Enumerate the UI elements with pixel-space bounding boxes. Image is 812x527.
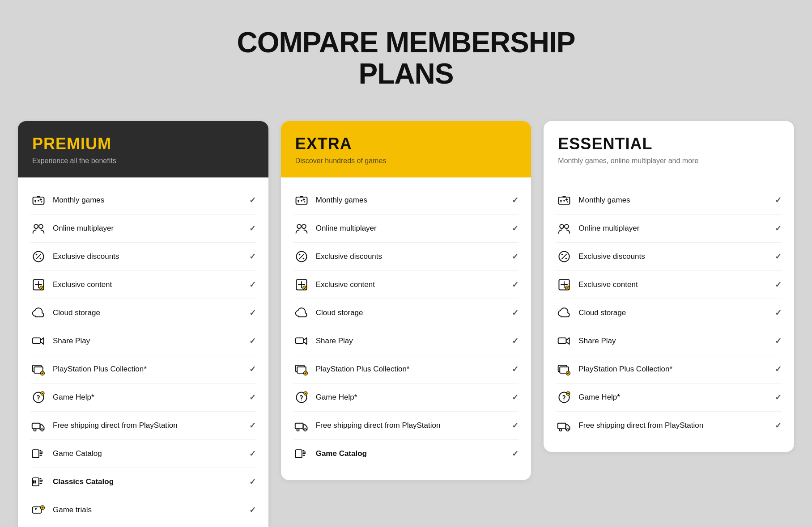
feature-row-game-help: Game Help*✓	[30, 384, 256, 412]
game-help-icon	[30, 389, 47, 405]
svg-point-59	[561, 201, 562, 202]
feature-row-free-shipping: Free shipping direct from PlayStation✓	[30, 412, 256, 440]
svg-point-34	[304, 201, 305, 202]
feature-row-ps-collection: PlayStation Plus Collection*✓	[30, 355, 256, 384]
check-icon-exclusive-discounts: ✓	[512, 252, 519, 261]
feature-left-exclusive-content: Exclusive content	[30, 277, 112, 293]
check-icon-share-play: ✓	[512, 336, 519, 346]
ps-collection-icon	[556, 361, 572, 377]
feature-name-ps-collection: PlayStation Plus Collection*	[316, 365, 410, 374]
svg-point-4	[41, 201, 43, 202]
card-essential: ESSENTIALMonthly games, online multiplay…	[544, 121, 794, 452]
feature-left-free-shipping: Free shipping direct from PlayStation	[556, 417, 703, 434]
feature-name-classics-catalog: Classics Catalog	[53, 477, 114, 486]
ps-collection-icon	[293, 361, 310, 377]
svg-point-64	[565, 257, 567, 259]
feature-left-ps-collection: PlayStation Plus Collection*	[30, 361, 147, 377]
feature-left-monthly-games: Monthly games	[293, 192, 367, 208]
check-icon-free-shipping: ✓	[249, 421, 256, 430]
svg-point-63	[561, 254, 563, 256]
check-icon-share-play: ✓	[249, 336, 256, 346]
svg-point-52	[304, 429, 306, 431]
feature-name-game-help: Game Help*	[53, 393, 94, 402]
feature-left-ps-collection: PlayStation Plus Collection*	[556, 361, 672, 377]
plan-name-extra: EXTRA	[295, 135, 517, 153]
feature-name-cloud-storage: Cloud storage	[578, 308, 626, 317]
svg-point-36	[297, 224, 301, 228]
cloud-storage-icon	[30, 305, 47, 321]
check-icon-monthly-games: ✓	[249, 195, 256, 205]
feature-name-game-trials: Game trials	[53, 506, 92, 514]
check-icon-exclusive-content: ✓	[775, 280, 782, 290]
feature-name-share-play: Share Play	[316, 337, 353, 346]
plan-subtitle-extra: Discover hundreds of games	[295, 157, 517, 165]
share-play-icon	[293, 333, 310, 349]
svg-point-58	[567, 201, 568, 202]
game-help-icon	[293, 389, 310, 405]
share-play-icon	[30, 333, 47, 349]
classics-catalog-icon	[30, 474, 47, 490]
features-extra: Monthly games✓ Online multiplayer✓ Exclu…	[281, 177, 531, 480]
feature-left-game-catalog: Game Catalog	[293, 446, 367, 462]
svg-rect-57	[563, 196, 566, 198]
svg-rect-33	[300, 196, 303, 198]
feature-left-monthly-games: Monthly games	[30, 192, 104, 208]
online-multiplayer-icon	[30, 220, 47, 236]
check-icon-game-catalog: ✓	[512, 449, 519, 459]
feature-left-cloud-storage: Cloud storage	[293, 305, 363, 321]
features-essential: Monthly games✓ Online multiplayer✓ Exclu…	[544, 177, 794, 452]
check-icon-game-help: ✓	[249, 392, 256, 402]
svg-point-72	[564, 399, 565, 400]
check-icon-free-shipping: ✓	[512, 421, 519, 430]
svg-rect-26	[34, 480, 36, 483]
check-icon-cloud-storage: ✓	[249, 308, 256, 318]
game-help-icon	[556, 389, 572, 405]
free-shipping-icon	[30, 417, 47, 434]
svg-point-40	[302, 257, 304, 259]
feature-row-online-multiplayer: Online multiplayer✓	[30, 215, 256, 243]
feature-row-share-play: Share Play✓	[293, 327, 519, 355]
feature-row-share-play: Share Play✓	[30, 327, 256, 355]
feature-left-exclusive-discounts: Exclusive discounts	[30, 249, 119, 265]
svg-point-21	[34, 429, 36, 431]
check-icon-online-multiplayer: ✓	[775, 223, 782, 233]
exclusive-content-icon	[30, 277, 47, 293]
check-icon-ps-collection: ✓	[775, 364, 782, 374]
feature-name-free-shipping: Free shipping direct from PlayStation	[53, 421, 178, 430]
feature-name-online-multiplayer: Online multiplayer	[578, 224, 639, 233]
svg-point-51	[297, 429, 299, 431]
cards-container: PREMIUMExperience all the benefits Month…	[18, 121, 794, 527]
exclusive-discounts-icon	[556, 249, 572, 265]
check-icon-ps-collection: ✓	[249, 364, 256, 374]
check-icon-online-multiplayer: ✓	[512, 223, 519, 233]
feature-left-online-multiplayer: Online multiplayer	[30, 220, 114, 236]
card-header-premium: PREMIUMExperience all the benefits	[18, 121, 268, 177]
monthly-games-icon	[556, 192, 572, 208]
share-play-icon	[556, 333, 572, 349]
feature-name-ps-collection: PlayStation Plus Collection*	[53, 365, 147, 374]
svg-point-22	[41, 429, 43, 431]
feature-row-free-shipping: Free shipping direct from PlayStation✓	[556, 412, 782, 439]
svg-point-10	[40, 257, 42, 259]
feature-row-monthly-games: Monthly games✓	[30, 186, 256, 215]
svg-point-7	[39, 224, 43, 228]
card-premium: PREMIUMExperience all the benefits Month…	[18, 121, 268, 527]
feature-name-online-multiplayer: Online multiplayer	[316, 224, 377, 233]
feature-row-exclusive-discounts: Exclusive discounts✓	[30, 243, 256, 271]
svg-rect-3	[37, 196, 40, 198]
feature-row-cloud-storage: Cloud storage✓	[293, 299, 519, 327]
svg-rect-27	[33, 507, 42, 513]
svg-rect-67	[558, 338, 566, 343]
feature-row-ps-collection: PlayStation Plus Collection*✓	[293, 355, 519, 384]
svg-rect-23	[33, 450, 39, 458]
feature-left-cloud-storage: Cloud storage	[30, 305, 100, 321]
svg-point-61	[565, 224, 569, 228]
feature-row-online-multiplayer: Online multiplayer✓	[556, 215, 782, 243]
feature-name-cloud-storage: Cloud storage	[53, 308, 100, 317]
feature-row-online-multiplayer: Online multiplayer✓	[293, 215, 519, 243]
online-multiplayer-icon	[293, 220, 310, 236]
svg-point-5	[35, 201, 36, 202]
svg-point-2	[38, 200, 39, 202]
svg-rect-50	[295, 423, 303, 428]
feature-left-monthly-games: Monthly games	[556, 192, 630, 208]
